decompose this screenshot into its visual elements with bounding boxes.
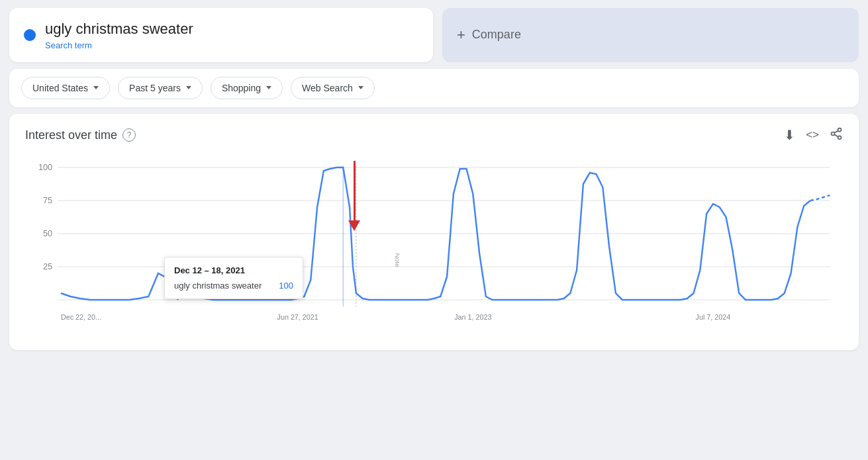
svg-text:75: 75	[43, 195, 52, 205]
chevron-down-icon	[358, 86, 363, 89]
svg-text:Jun 27, 2021: Jun 27, 2021	[277, 312, 318, 320]
svg-point-1	[832, 132, 835, 135]
filter-region-label: United States	[32, 83, 88, 93]
svg-text:25: 25	[43, 261, 52, 271]
search-term-dot	[24, 29, 36, 41]
svg-text:Note: Note	[394, 253, 401, 267]
download-icon[interactable]: ⬇	[784, 127, 795, 143]
filter-region[interactable]: United States	[21, 77, 110, 99]
search-term-sub: Search term	[45, 40, 193, 50]
svg-line-3	[834, 134, 838, 136]
tooltip-date: Dec 12 – 18, 2021	[174, 265, 293, 275]
arrow-head	[348, 220, 360, 231]
compare-plus: +	[457, 26, 465, 44]
chart-container: 100 75 50 25 Note Dec 22, 20... Jun 27, …	[25, 154, 843, 340]
share-icon[interactable]	[830, 127, 843, 144]
svg-text:Jan 1, 2023: Jan 1, 2023	[454, 312, 491, 320]
chevron-down-icon	[93, 86, 99, 89]
red-arrow	[348, 161, 360, 231]
svg-line-4	[834, 130, 838, 132]
chart-tooltip: Dec 12 – 18, 2021 ugly christmas sweater…	[164, 257, 303, 299]
chevron-down-icon	[266, 86, 271, 89]
search-term-title: ugly christmas sweater	[45, 20, 193, 39]
chart-svg: 100 75 50 25 Note Dec 22, 20... Jun 27, …	[25, 154, 843, 340]
svg-point-0	[838, 128, 842, 131]
chevron-down-icon	[186, 86, 191, 89]
svg-text:Jul 7, 2024: Jul 7, 2024	[696, 312, 731, 320]
compare-label: Compare	[472, 28, 521, 42]
tooltip-term: ugly christmas sweater	[174, 281, 262, 291]
filter-time[interactable]: Past 5 years	[118, 77, 203, 99]
chart-title: Interest over time	[25, 128, 117, 142]
filter-category[interactable]: Shopping	[211, 77, 283, 99]
svg-text:50: 50	[43, 228, 52, 238]
compare-card[interactable]: + Compare	[442, 8, 859, 62]
svg-text:100: 100	[38, 161, 52, 171]
code-icon[interactable]: <>	[806, 128, 819, 142]
help-icon[interactable]: ?	[122, 128, 136, 142]
chart-actions: ⬇ <>	[784, 127, 843, 144]
filter-category-label: Shopping	[222, 83, 261, 93]
svg-point-2	[838, 136, 842, 139]
filter-type[interactable]: Web Search	[291, 77, 375, 99]
filter-type-label: Web Search	[302, 83, 353, 93]
arrow-line	[354, 161, 356, 220]
chart-header: Interest over time ? ⬇ <>	[25, 127, 843, 144]
chart-card: Interest over time ? ⬇ <>	[9, 114, 859, 350]
filter-row: United States Past 5 years Shopping Web …	[9, 69, 859, 107]
filter-time-label: Past 5 years	[129, 83, 181, 93]
svg-text:Dec 22, 20...: Dec 22, 20...	[61, 312, 101, 320]
search-term-card: ugly christmas sweater Search term	[9, 8, 433, 62]
tooltip-value: 100	[279, 281, 293, 291]
